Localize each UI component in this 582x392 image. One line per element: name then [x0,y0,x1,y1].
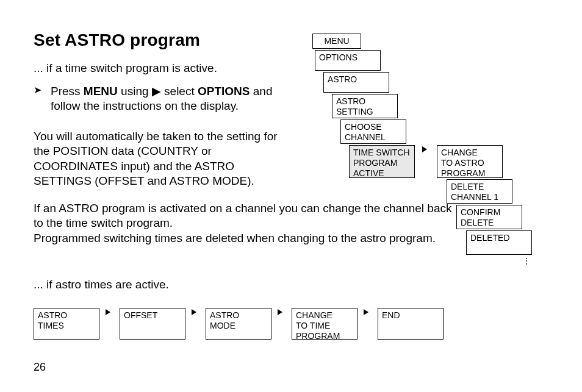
arrow-right-icon [106,309,110,315]
astro-setting-box: ASTRO SETTING [332,94,398,118]
bullet-icon: ➤ [34,84,51,114]
timeswitch-active-box: TIME SWITCH PROGRAM ACTIVE [349,145,415,178]
paragraph-change-back-2: Programmed switching times are deleted w… [34,232,436,244]
confirm-delete-box: CONFIRM DELETE [456,205,522,229]
choose-channel-box: CHOOSE CHANNEL [340,119,406,144]
page-title: Set ASTRO program [34,30,200,50]
intro-line-tsp: ... if a time switch program is active. [34,61,217,76]
delete-channel-box: DELETE CHANNEL 1 [447,179,512,204]
arrow-right-icon [364,309,368,315]
change-to-astro-box: CHANGE TO ASTRO PROGRAM [437,145,503,178]
page-number: 26 [34,361,46,374]
astro-times-box: ASTRO TIMES [34,308,99,340]
arrow-right-icon [278,309,282,315]
deleted-box: DELETED [466,230,532,255]
offset-box: OFFSET [120,308,185,340]
instruction-bullet: ➤ Press MENU using ▶ select OPTIONS and … [34,84,295,114]
bullet-prefix: Press [51,85,84,98]
paragraph-change-back: If an ASTRO program is activated on a ch… [34,201,461,246]
arrow-right-icon [192,309,196,315]
options-box: OPTIONS [315,50,381,71]
intro-line-astro: ... if astro times are active. [34,277,169,292]
paragraph-change-back-1: If an ASTRO program is activated on a ch… [34,202,451,229]
bullet-mid: using [118,85,152,98]
bullet-options-word: OPTIONS [198,85,250,98]
astro-box: ASTRO [323,72,389,93]
bullet-mid2: select [161,85,198,98]
change-to-time-box: CHANGE TO TIME PROGRAM [292,308,357,340]
menu-box: MENU [312,34,361,49]
vertical-dots-icon: ⋮ [522,256,531,266]
bullet-menu-word: MENU [84,85,118,98]
page: Set ASTRO program ... if a time switch p… [0,0,582,392]
astro-mode-box: ASTRO MODE [206,308,271,340]
arrow-right-icon [422,146,427,152]
bullet-arrow-icon: ▶ [152,85,161,98]
bullet-text: Press MENU using ▶ select OPTIONS and fo… [51,84,295,114]
end-box: END [378,308,444,340]
paragraph-position: You will automatically be taken to the s… [34,129,290,188]
